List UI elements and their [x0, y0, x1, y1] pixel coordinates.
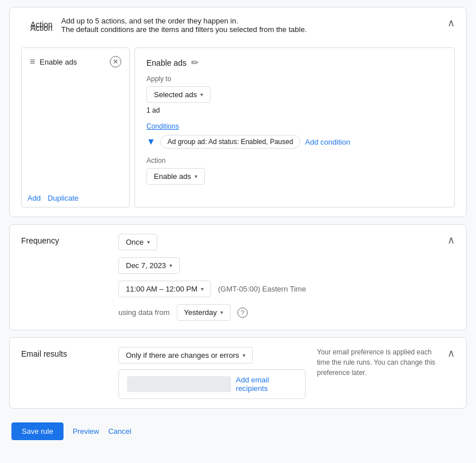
action-section-header: Add up to 5 actions, and set the order t… — [10, 7, 466, 34]
add-email-link[interactable]: Add email recipients — [236, 376, 297, 393]
frequency-content: Frequency Once ▾ Dec 7, 2023 ▾ 11 — [21, 234, 447, 321]
apply-to-value: Selected ads — [154, 90, 197, 99]
frequency-chevron-icon: ▾ — [147, 239, 150, 245]
action-title: Action — [30, 20, 53, 29]
email-title: Email results — [21, 347, 118, 399]
conditions-label[interactable]: Conditions — [146, 122, 443, 130]
add-action-button[interactable]: Add — [27, 194, 41, 202]
help-icon[interactable]: ? — [237, 308, 248, 318]
data-from-dropdown[interactable]: Yesterday ▾ — [177, 304, 231, 321]
edit-icon[interactable]: ✏ — [191, 57, 199, 68]
enable-ads-title: Enable ads ✏ — [146, 57, 443, 68]
email-right-area: Your email preference is applied each ti… — [306, 347, 455, 378]
conditions-row: ▼ Ad group ad: Ad status: Enabled, Pause… — [146, 135, 443, 149]
date-row: Dec 7, 2023 ▾ — [118, 257, 447, 274]
action-chevron-icon: ▾ — [195, 173, 197, 179]
action-field-label: Action — [146, 157, 443, 165]
date-chevron-icon: ▾ — [169, 262, 172, 269]
action-section-body: ≡ Enable ads ✕ Add Duplicate Enable ads — [10, 34, 466, 217]
timezone-label: (GMT-05:00) Eastern Time — [218, 285, 306, 293]
date-picker[interactable]: Dec 7, 2023 ▾ — [118, 257, 180, 274]
email-frequency-dropdown[interactable]: Only if there are changes or errors ▾ — [118, 347, 253, 364]
email-collapse-icon[interactable]: ∧ — [447, 347, 455, 360]
frequency-controls: Once ▾ Dec 7, 2023 ▾ 11:00 AM – 12:00 PM… — [118, 234, 447, 321]
sidebar-footer: Add Duplicate — [27, 189, 124, 202]
action-sidebar: ≡ Enable ads ✕ Add Duplicate — [21, 47, 130, 207]
action-main-title: Add up to 5 actions, and set the order t… — [61, 17, 307, 25]
data-from-value: Yesterday — [184, 308, 217, 317]
action-detail-panel: Enable ads ✏ Apply to Selected ads ▾ 1 a… — [134, 47, 455, 207]
action-collapse-icon[interactable]: ∧ — [447, 17, 455, 29]
frequency-collapse-icon[interactable]: ∧ — [447, 234, 455, 246]
time-chevron-icon: ▾ — [201, 286, 204, 292]
action-section: Add up to 5 actions, and set the order t… — [9, 7, 467, 217]
time-value: 11:00 AM – 12:00 PM — [126, 285, 197, 293]
data-from-row: using data from Yesterday ▾ ? — [118, 304, 447, 321]
data-from-chevron-icon: ▾ — [220, 309, 223, 316]
time-picker[interactable]: 11:00 AM – 12:00 PM ▾ — [118, 281, 211, 297]
drag-icon: ≡ — [30, 57, 35, 67]
action-subtitle: The default conditions are the items and… — [61, 25, 307, 34]
enable-ads-heading: Enable ads — [146, 58, 187, 67]
email-info-text: Your email preference is applied each ti… — [306, 347, 443, 378]
ad-count: 1 ad — [146, 106, 443, 114]
sidebar-enable-ads-label: Enable ads — [39, 58, 105, 66]
condition-tag: Ad group ad: Ad status: Enabled, Paused — [160, 135, 301, 149]
action-dropdown[interactable]: Enable ads ▾ — [146, 168, 205, 185]
email-main-content: Email results Only if there are changes … — [21, 347, 306, 399]
footer: Save rule Preview Cancel — [0, 416, 476, 447]
apply-to-label: Apply to — [146, 75, 443, 83]
email-chevron-icon: ▾ — [243, 352, 245, 358]
frequency-title: Frequency — [21, 234, 118, 245]
duplicate-action-button[interactable]: Duplicate — [47, 194, 78, 202]
action-header-text: Add up to 5 actions, and set the order t… — [61, 17, 307, 34]
using-data-from-label: using data from — [118, 308, 170, 317]
add-condition-link[interactable]: Add condition — [305, 138, 350, 146]
email-controls: Only if there are changes or errors ▾ Ad… — [118, 347, 306, 399]
email-frequency-value: Only if there are changes or errors — [126, 351, 239, 360]
email-recipients-box: Add email recipients — [118, 369, 306, 399]
close-icon: ✕ — [113, 58, 118, 66]
email-section: Email results Only if there are changes … — [9, 337, 467, 409]
frequency-section: Frequency Once ▾ Dec 7, 2023 ▾ 11 — [9, 224, 467, 330]
remove-action-button[interactable]: ✕ — [110, 56, 121, 67]
frequency-value: Once — [126, 238, 144, 246]
save-rule-button[interactable]: Save rule — [11, 422, 64, 440]
frequency-dropdown[interactable]: Once ▾ — [118, 234, 157, 250]
apply-to-chevron-icon: ▾ — [200, 91, 203, 98]
action-value: Enable ads — [154, 172, 191, 181]
filter-icon: ▼ — [146, 137, 156, 147]
email-chip-area — [127, 376, 231, 392]
time-row: 11:00 AM – 12:00 PM ▾ (GMT-05:00) Easter… — [118, 281, 447, 297]
action-subtitle-link: selected from the table — [229, 25, 305, 34]
frequency-row: Once ▾ — [118, 234, 447, 250]
action-content: ≡ Enable ads ✕ Add Duplicate Enable ads — [21, 47, 455, 207]
cancel-button[interactable]: Cancel — [108, 427, 131, 436]
apply-to-dropdown[interactable]: Selected ads ▾ — [146, 86, 211, 103]
sidebar-enable-ads-item: ≡ Enable ads ✕ — [27, 53, 124, 71]
preview-button[interactable]: Preview — [73, 427, 99, 436]
date-value: Dec 7, 2023 — [126, 261, 166, 270]
